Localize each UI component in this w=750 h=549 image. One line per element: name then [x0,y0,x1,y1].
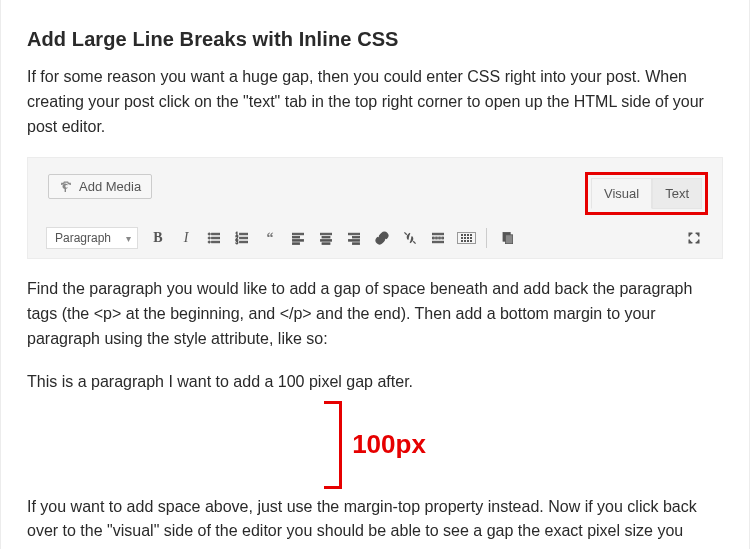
insert-link-button[interactable] [368,226,396,250]
unordered-list-button[interactable] [200,226,228,250]
svg-rect-18 [320,240,331,242]
add-media-label: Add Media [79,179,141,194]
svg-rect-29 [432,242,443,244]
insert-more-button[interactable] [424,226,452,250]
svg-rect-9 [240,238,248,240]
svg-rect-27 [432,238,443,240]
svg-rect-12 [292,234,303,236]
copy-icon [499,230,515,246]
align-left-button[interactable] [284,226,312,250]
unlink-icon [402,230,418,246]
svg-rect-26 [432,234,443,236]
svg-rect-20 [348,234,359,236]
toolbar-toggle-button[interactable] [452,226,480,250]
add-media-button[interactable]: Add Media [48,174,152,199]
svg-rect-22 [348,240,359,242]
editor-toolbar: Paragraph ▾ B I 123 “ [42,224,708,250]
svg-rect-23 [352,243,359,245]
svg-rect-3 [212,238,220,240]
bullet-list-icon [206,230,222,246]
editor-top-row: Add Media Visual Text [42,172,708,215]
closing-paragraph: If you want to add space above, just use… [27,495,723,549]
tab-visual[interactable]: Visual [591,178,652,209]
bold-button[interactable]: B [144,226,172,250]
article-body: Add Large Line Breaks with Inline CSS If… [0,0,750,549]
svg-rect-7 [240,234,248,236]
fullscreen-icon [686,230,702,246]
copy-button[interactable] [493,226,521,250]
svg-rect-15 [292,243,299,245]
align-center-button[interactable] [312,226,340,250]
read-more-icon [430,230,446,246]
keyboard-icon [457,232,476,244]
svg-rect-11 [240,242,248,244]
toolbar-separator [486,228,487,248]
paragraph-format-select[interactable]: Paragraph ▾ [46,227,138,249]
svg-rect-19 [322,243,330,245]
align-right-button[interactable] [340,226,368,250]
svg-rect-14 [292,240,303,242]
intro-paragraph: If for some reason you want a huge gap, … [27,65,723,139]
tab-text[interactable]: Text [652,178,702,209]
svg-rect-5 [212,242,220,244]
svg-point-4 [208,241,210,243]
align-center-icon [318,230,334,246]
section-heading: Add Large Line Breaks with Inline CSS [27,0,723,65]
svg-rect-31 [505,235,512,244]
italic-button[interactable]: I [172,226,200,250]
gap-size-label: 100px [352,429,426,460]
instruction-paragraph: Find the paragraph you would like to add… [27,277,723,351]
paragraph-select-label: Paragraph [55,231,111,245]
chevron-down-icon: ▾ [126,233,131,244]
link-icon [374,230,390,246]
ordered-list-button[interactable]: 123 [228,226,256,250]
bracket-icon [324,401,342,489]
align-right-icon [346,230,362,246]
gap-illustration: 100px [27,401,723,489]
fullscreen-button[interactable] [680,226,708,250]
remove-link-button[interactable] [396,226,424,250]
svg-text:3: 3 [236,240,239,245]
editor-tabs-highlight: Visual Text [585,172,708,215]
numbered-list-icon: 123 [234,230,250,246]
media-icon [59,180,73,194]
svg-point-0 [208,233,210,235]
svg-point-2 [208,237,210,239]
editor-screenshot: Add Media Visual Text Paragraph ▾ B I 12… [27,157,723,259]
svg-rect-21 [352,237,359,239]
svg-rect-1 [212,234,220,236]
svg-rect-17 [322,237,330,239]
svg-line-25 [413,242,415,244]
align-left-icon [290,230,306,246]
svg-rect-16 [320,234,331,236]
svg-rect-13 [292,237,299,239]
svg-line-24 [404,233,406,235]
example-paragraph: This is a paragraph I want to add a 100 … [27,370,723,395]
blockquote-button[interactable]: “ [256,226,284,250]
